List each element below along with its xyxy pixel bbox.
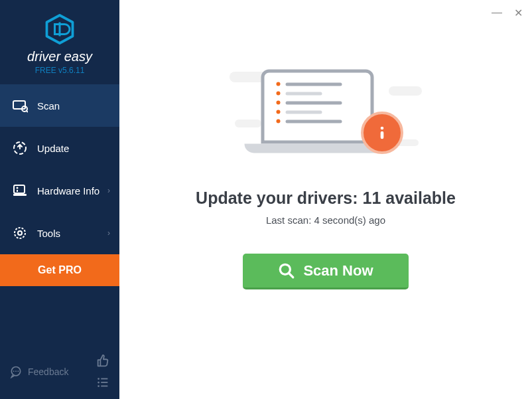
update-icon [12,140,28,156]
cloud-decoration [235,120,261,127]
menu-list-icon[interactable] [96,375,110,390]
sidebar-item-label: Tools [37,228,60,239]
scan-now-button[interactable]: Scan Now [243,254,409,289]
last-scan-text: Last scan: 4 second(s) ago [266,214,385,226]
svg-point-11 [18,231,22,235]
scan-button-label: Scan Now [303,262,373,279]
feedback-label: Feedback [28,366,68,377]
svg-point-13 [13,370,15,372]
thumbs-up-icon[interactable] [96,354,110,368]
sidebar-item-label: Scan [37,100,60,112]
scan-icon [12,98,28,114]
content: Update your drivers: 11 available Last s… [119,0,532,289]
svg-point-18 [98,382,100,384]
sidebar-item-tools[interactable]: Tools › [0,212,119,254]
sidebar-item-hardware-info[interactable]: Hardware Info › [0,169,119,212]
chevron-right-icon: › [107,228,110,238]
get-pro-button[interactable]: Get PRO [0,254,119,286]
sidebar-item-update[interactable]: Update [0,127,119,169]
sidebar-item-scan[interactable]: Scan [0,84,119,127]
cloud-decoration [389,86,422,96]
headline: Update your drivers: 11 available [196,189,456,208]
sidebar-bottom-icons [96,354,110,390]
nav: Scan Update Hardware Info › T [0,84,119,286]
svg-rect-2 [13,101,25,109]
info-badge-icon [361,112,403,154]
sidebar-bottom: Feedback [0,354,119,399]
svg-rect-23 [381,131,384,139]
svg-line-4 [27,111,28,112]
search-icon [278,262,295,279]
close-button[interactable]: ✕ [514,7,523,19]
svg-point-14 [15,370,17,372]
sidebar-item-label: Hardware Info [37,185,100,197]
get-pro-label: Get PRO [38,264,82,276]
minimize-button[interactable]: — [492,7,502,19]
svg-point-16 [98,378,100,380]
svg-line-25 [289,273,294,278]
app-version: FREE v5.6.11 [35,66,85,75]
svg-point-22 [381,127,384,130]
app-name: driver easy [27,49,92,64]
chevron-right-icon: › [107,186,110,195]
svg-point-20 [98,385,100,387]
feedback-icon [9,365,23,378]
svg-point-7 [17,187,19,189]
sidebar-item-label: Update [37,143,69,154]
laptop-screen [261,69,374,143]
sidebar: driver easy FREE v5.6.11 Scan Update [0,0,119,399]
window-controls: — ✕ [492,7,523,19]
svg-rect-6 [14,185,25,193]
main-panel: — ✕ [119,0,532,399]
feedback-button[interactable]: Feedback [9,365,68,378]
svg-point-10 [15,228,25,238]
tools-icon [12,225,28,241]
hardware-info-icon [12,183,28,199]
logo-block: driver easy FREE v5.6.11 [0,0,119,84]
laptop-illustration [230,60,422,173]
svg-rect-9 [13,194,27,196]
app-logo-icon [44,13,76,45]
svg-point-15 [18,370,19,372]
